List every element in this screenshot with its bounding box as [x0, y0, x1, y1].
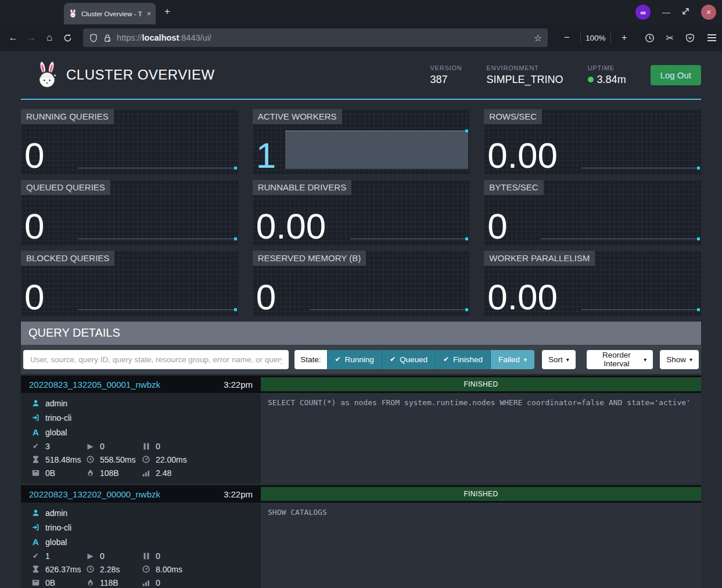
- zoom-out-button[interactable]: −: [558, 29, 576, 46]
- running-splits: 0: [100, 442, 105, 451]
- logout-button[interactable]: Log Out: [651, 65, 701, 85]
- query-details-toolbar: State: ✔Running ✔Queued ✔Finished Failed…: [21, 345, 701, 374]
- query-time: 3:22pm: [224, 489, 253, 499]
- state-queued-button[interactable]: ✔Queued: [382, 350, 435, 369]
- chevron-down-icon: ▾: [524, 356, 527, 363]
- tile-worker-parallelism: WORKER PARALLELISM 0.00: [484, 251, 701, 316]
- completed-splits-check-icon: ✔: [31, 552, 40, 560]
- sort-dropdown[interactable]: Sort▾: [542, 350, 576, 369]
- sparkline-dot: [465, 129, 468, 132]
- page-title: CLUSTER OVERVIEW: [66, 67, 215, 83]
- query-user: admin: [45, 508, 67, 518]
- trino-cluster-overview-page: CLUSTER OVERVIEW VERSION 387 ENVIRONMENT…: [0, 51, 722, 588]
- tile-value: 0: [24, 210, 44, 244]
- tile-label: BLOCKED QUERIES: [21, 251, 114, 266]
- separator: [580, 32, 581, 44]
- state-finished-button[interactable]: ✔Finished: [435, 350, 490, 369]
- sparkline-dot: [465, 308, 468, 311]
- queued-splits-pause-icon: [142, 443, 150, 450]
- sparkline: [350, 239, 468, 239]
- search-input[interactable]: [23, 350, 289, 369]
- state-running-button[interactable]: ✔Running: [327, 350, 382, 369]
- sparkline-dot: [697, 167, 700, 169]
- cumulative-memory-chart-icon: [142, 470, 150, 477]
- bookmark-star-icon[interactable]: ☆: [534, 33, 542, 44]
- sparkline: [78, 239, 236, 239]
- tile-value: 0: [24, 139, 44, 173]
- separator: [610, 32, 611, 44]
- pocket-shield-icon[interactable]: [685, 33, 695, 42]
- reorder-interval-dropdown[interactable]: Reorder Interval▾: [587, 350, 653, 369]
- query-source: trino-cli: [45, 523, 71, 532]
- cluster-stats-grid: RUNNING QUERIES 0 ACTIVE WORKERS 1 ROWS/…: [21, 109, 701, 316]
- state-filter-group: State: ✔Running ✔Queued ✔Finished Failed…: [294, 350, 534, 369]
- check-icon: ✔: [335, 355, 341, 363]
- home-button[interactable]: ⌂: [42, 29, 57, 46]
- profile-mask-icon[interactable]: ∞: [635, 5, 651, 20]
- tile-label: BYTES/SEC: [484, 180, 543, 195]
- tab-close-icon[interactable]: ×: [146, 9, 151, 18]
- uptime-status-dot: [588, 77, 594, 82]
- shield-icon[interactable]: [89, 34, 98, 42]
- sparkline-dot: [234, 167, 237, 169]
- elapsed-time-clock-icon: [86, 456, 95, 463]
- cumulative-memory: 0: [156, 578, 160, 587]
- completed-splits-check-icon: ✔: [31, 442, 40, 450]
- peak-memory-fire-icon: [86, 579, 95, 586]
- screenshot-scissors-icon[interactable]: ✂: [666, 33, 674, 44]
- browser-titlebar: Cluster Overview - Trino × + ∞ — ×: [0, 0, 722, 24]
- url-text: https://localhost:8443/ui/: [117, 33, 211, 42]
- zoom-in-button[interactable]: +: [616, 29, 633, 46]
- browser-tab[interactable]: Cluster Overview - Trino ×: [64, 3, 156, 24]
- query-id-link[interactable]: 20220823_132202_00000_nwbzk: [29, 489, 160, 499]
- query-row: 20220823_132205_00001_nwbzk 3:22pm FINIS…: [21, 376, 701, 484]
- sparkline: [78, 309, 236, 310]
- history-clock-icon[interactable]: [645, 33, 655, 43]
- lock-warning-icon[interactable]: [103, 34, 112, 42]
- query-row: 20220823_132202_00000_nwbzk 3:22pm FINIS…: [21, 485, 701, 588]
- query-source: trino-cli: [45, 413, 71, 423]
- cpu-time: 22.00ms: [156, 455, 187, 464]
- tile-value-active-workers-link[interactable]: 1: [256, 139, 276, 173]
- peak-memory: 118B: [100, 578, 118, 587]
- state-failed-dropdown[interactable]: Failed▾: [490, 350, 534, 369]
- tile-label: RUNNING QUERIES: [21, 109, 114, 124]
- tile-label: RUNNABLE DRIVERS: [253, 180, 352, 195]
- sparkline-dot: [465, 237, 468, 240]
- window-minimize-button[interactable]: —: [662, 8, 670, 17]
- window-maximize-button[interactable]: [682, 7, 689, 17]
- reload-button[interactable]: [60, 29, 75, 46]
- check-icon: ✔: [443, 355, 449, 363]
- window-close-button[interactable]: ×: [701, 5, 716, 20]
- tile-value: 0: [24, 280, 44, 315]
- completed-splits: 3: [45, 442, 50, 451]
- query-id-link[interactable]: 20220823_132205_00001_nwbzk: [29, 380, 160, 389]
- chevron-down-icon: ▾: [566, 356, 569, 363]
- wall-time: 626.37ms: [45, 565, 81, 574]
- memory-scale-icon: [31, 579, 40, 586]
- wall-time: 518.48ms: [45, 455, 81, 464]
- trino-favicon-bunny-icon: [69, 9, 77, 18]
- sparkline-dot: [234, 237, 237, 240]
- completed-splits: 1: [45, 551, 50, 561]
- uptime-value: 3.84m: [597, 74, 626, 86]
- app-header: CLUSTER OVERVIEW VERSION 387 ENVIRONMENT…: [21, 51, 701, 100]
- uptime-label: UPTIME: [588, 64, 626, 71]
- query-time: 3:22pm: [224, 380, 253, 389]
- running-splits: 0: [100, 551, 105, 561]
- tile-queued-queries: QUEUED QUERIES 0: [21, 180, 238, 245]
- source-sign-in-icon: [31, 414, 40, 421]
- url-bar[interactable]: https://localhost:8443/ui/ ☆: [83, 28, 548, 47]
- browser-navbar: ← → ⌂ https://localhost:8443/ui/ ☆ − 100…: [0, 24, 722, 51]
- cumulative-memory-chart-icon: [142, 579, 150, 586]
- menu-icon[interactable]: [707, 34, 716, 41]
- cpu-time: 8.00ms: [156, 565, 182, 574]
- cumulative-memory: 2.48: [156, 468, 171, 478]
- tile-runnable-drivers: RUNNABLE DRIVERS 0.00: [253, 180, 470, 245]
- zoom-level[interactable]: 100%: [585, 34, 606, 42]
- forward-button[interactable]: →: [24, 29, 38, 46]
- back-button[interactable]: ←: [6, 29, 20, 46]
- show-dropdown[interactable]: Show▾: [660, 350, 699, 369]
- query-details-header: QUERY DETAILS: [21, 322, 701, 345]
- new-tab-button[interactable]: +: [164, 6, 170, 17]
